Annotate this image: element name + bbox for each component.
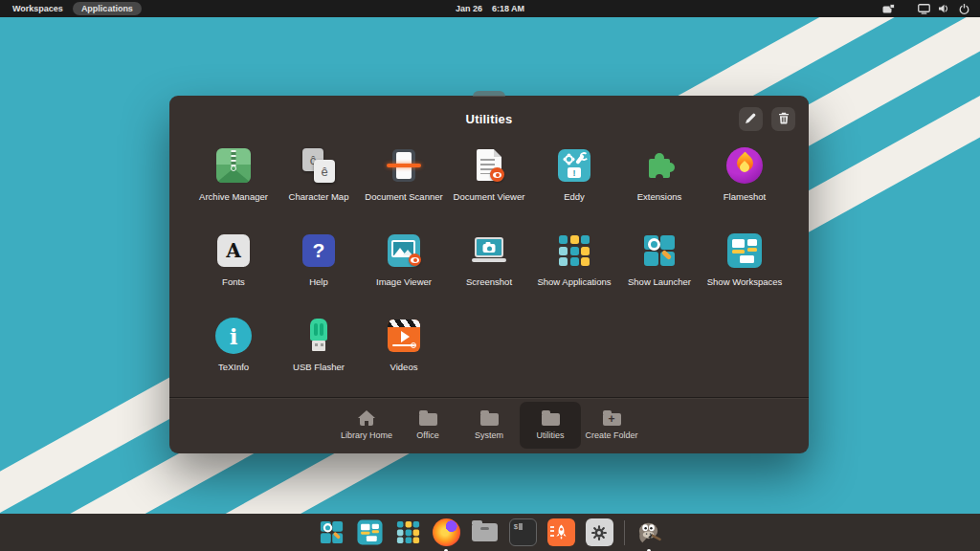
app-label: Extensions bbox=[637, 192, 681, 202]
app-image-viewer[interactable]: Image Viewer bbox=[362, 227, 447, 312]
app-label: Screenshot bbox=[466, 277, 512, 287]
app-label: Videos bbox=[390, 363, 418, 372]
flameshot-icon bbox=[725, 146, 764, 185]
videos-icon bbox=[385, 317, 423, 355]
show-launcher-icon bbox=[640, 231, 679, 270]
app-fonts[interactable]: A Fonts bbox=[191, 227, 277, 312]
clock-date: Jan 26 bbox=[456, 4, 482, 13]
app-show-applications[interactable]: Show Applications bbox=[532, 227, 617, 312]
character-map-icon: ĉ ê bbox=[300, 146, 338, 185]
dock: $ bbox=[0, 514, 980, 551]
app-label: Character Map bbox=[289, 192, 349, 202]
clock-time: 6:18 AM bbox=[492, 4, 524, 13]
app-videos[interactable]: Videos bbox=[362, 312, 447, 397]
app-help[interactable]: ? Help bbox=[277, 227, 362, 312]
dock-show-workspaces[interactable] bbox=[356, 518, 384, 546]
app-show-workspaces[interactable]: Show Workspaces bbox=[702, 227, 788, 312]
app-texinfo[interactable]: i TeXInfo bbox=[191, 312, 277, 397]
settings-gear-icon bbox=[586, 518, 613, 546]
tab-label: System bbox=[475, 430, 503, 440]
desktop-screen: Workspaces Applications Jan 26 6:18 AM bbox=[0, 0, 980, 551]
screenshot-icon bbox=[470, 231, 508, 270]
dock-gimp[interactable] bbox=[635, 518, 663, 546]
dock-firefox[interactable] bbox=[433, 518, 460, 546]
app-label: Archive Manager bbox=[199, 192, 268, 202]
folder-icon bbox=[542, 413, 560, 426]
app-flameshot[interactable]: Flameshot bbox=[702, 142, 788, 227]
app-label: Fonts bbox=[222, 277, 245, 287]
app-show-launcher[interactable]: Show Launcher bbox=[617, 227, 702, 312]
tab-create-folder[interactable]: Create Folder bbox=[581, 402, 642, 449]
app-screenshot[interactable]: Screenshot bbox=[447, 227, 532, 312]
dock-files[interactable] bbox=[471, 518, 499, 546]
document-viewer-icon bbox=[470, 146, 508, 185]
dock-show-launcher[interactable] bbox=[318, 518, 345, 546]
app-label: Show Workspaces bbox=[707, 277, 783, 287]
tab-utilities[interactable]: Utilities bbox=[520, 402, 581, 449]
tab-library-home[interactable]: Library Home bbox=[336, 402, 397, 449]
app-label: Image Viewer bbox=[376, 277, 432, 287]
firefox-icon bbox=[433, 518, 460, 546]
show-workspaces-icon bbox=[725, 231, 764, 270]
gimp-icon bbox=[635, 518, 663, 546]
app-label: Eddy bbox=[564, 192, 585, 202]
delete-folder-button[interactable] bbox=[771, 107, 795, 131]
app-archive-manager[interactable]: Archive Manager bbox=[191, 142, 277, 227]
tab-label: Create Folder bbox=[585, 430, 637, 440]
app-label: USB Flasher bbox=[293, 363, 345, 372]
folder-title: Utilities bbox=[466, 112, 513, 126]
app-grid: Archive Manager ĉ ê Character Map Docume… bbox=[169, 142, 809, 397]
tab-system[interactable]: System bbox=[458, 402, 520, 449]
app-library-panel: Utilities bbox=[169, 96, 809, 453]
document-scanner-icon bbox=[385, 146, 423, 185]
app-label: Document Viewer bbox=[454, 192, 525, 202]
app-document-scanner[interactable]: Document Scanner bbox=[362, 142, 447, 227]
dock-settings[interactable] bbox=[586, 518, 613, 546]
volume-icon[interactable] bbox=[937, 2, 950, 15]
tab-office[interactable]: Office bbox=[397, 402, 458, 449]
folder-plus-icon bbox=[603, 413, 621, 426]
tab-label: Utilities bbox=[536, 430, 564, 440]
applications-button[interactable]: Applications bbox=[73, 2, 142, 15]
show-applications-icon bbox=[394, 518, 422, 546]
show-applications-icon bbox=[555, 231, 593, 270]
texinfo-icon: i bbox=[214, 317, 253, 355]
files-folder-icon bbox=[472, 523, 498, 541]
tab-label: Library Home bbox=[341, 430, 392, 440]
archive-manager-icon bbox=[214, 146, 253, 185]
app-label: Help bbox=[309, 277, 328, 287]
clock-button[interactable]: Jan 26 6:18 AM bbox=[456, 0, 524, 17]
app-extensions[interactable]: Extensions bbox=[617, 142, 702, 227]
app-document-viewer[interactable]: Document Viewer bbox=[447, 142, 532, 227]
cast-icon[interactable] bbox=[881, 2, 895, 15]
pop-shop-rocket-icon bbox=[547, 518, 575, 546]
usb-flasher-icon bbox=[300, 317, 338, 355]
edit-pencil-icon bbox=[745, 111, 757, 128]
workspaces-button[interactable]: Workspaces bbox=[9, 2, 67, 15]
folder-icon bbox=[480, 413, 499, 426]
desktop-wallpaper: Utilities bbox=[0, 17, 980, 551]
tab-label: Office bbox=[416, 430, 438, 440]
show-workspaces-icon bbox=[356, 518, 384, 546]
extensions-puzzle-icon bbox=[640, 146, 679, 185]
trash-icon bbox=[778, 111, 790, 128]
terminal-icon: $ bbox=[509, 518, 537, 546]
dock-show-applications[interactable] bbox=[394, 518, 422, 546]
library-header: Utilities bbox=[169, 96, 809, 142]
help-icon: ? bbox=[300, 231, 338, 270]
power-icon[interactable] bbox=[957, 2, 970, 15]
folder-icon bbox=[419, 413, 437, 426]
app-eddy[interactable]: ! Eddy bbox=[532, 142, 617, 227]
dock-pop-shop[interactable] bbox=[547, 518, 575, 546]
app-usb-flasher[interactable]: USB Flasher bbox=[277, 312, 362, 397]
top-panel: Workspaces Applications Jan 26 6:18 AM bbox=[0, 0, 980, 17]
display-icon[interactable] bbox=[917, 2, 930, 15]
app-label: TeXInfo bbox=[218, 363, 249, 372]
eddy-icon: ! bbox=[555, 146, 593, 185]
edit-folder-button[interactable] bbox=[739, 107, 763, 131]
folder-tabs: Library Home Office System Utilities Cre… bbox=[169, 398, 809, 452]
dock-terminal[interactable]: $ bbox=[509, 518, 537, 546]
image-viewer-icon bbox=[385, 231, 423, 270]
app-character-map[interactable]: ĉ ê Character Map bbox=[277, 142, 362, 227]
home-icon bbox=[358, 410, 375, 426]
